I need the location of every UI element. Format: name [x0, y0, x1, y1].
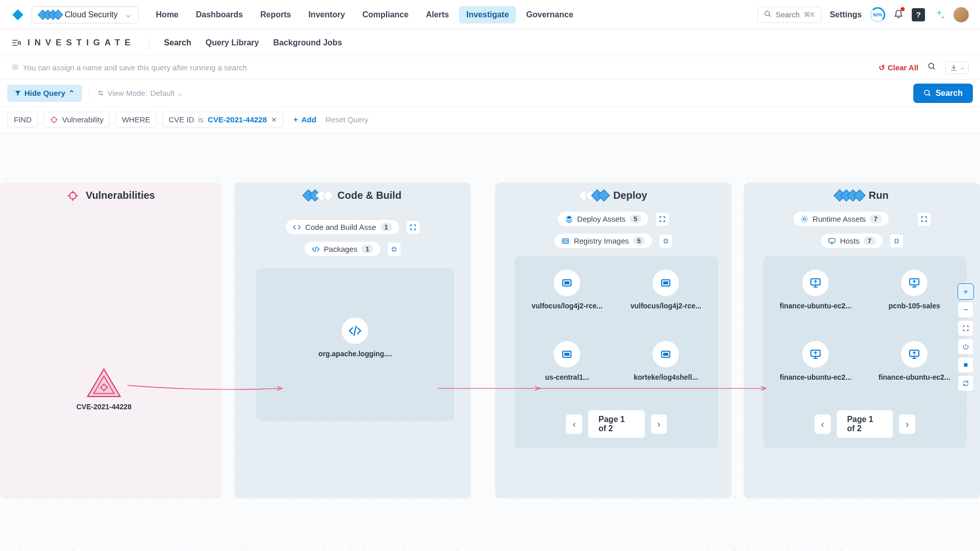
find-keyword[interactable]: FIND	[7, 112, 38, 127]
column-title: Deploy	[613, 190, 647, 201]
chevron-up-icon: ⌃	[68, 89, 75, 98]
nav-compliance[interactable]: Compliance	[355, 6, 416, 23]
refresh-button[interactable]	[958, 375, 974, 391]
host-node[interactable]: finance-ubuntu-ec2...	[774, 269, 857, 310]
column-run: Run Runtime Assets 7 Hosts	[744, 182, 980, 498]
graph-canvas[interactable]: Vulnerabilities CVE-2021-44228 Code & Bu…	[0, 133, 980, 550]
expand-button[interactable]	[917, 212, 931, 226]
topbar-right: Search ⌘K Settings 92% ?	[757, 7, 969, 23]
nav-investigate[interactable]: Investigate	[459, 6, 516, 23]
settings-link[interactable]: Settings	[830, 10, 862, 19]
svg-line-10	[933, 67, 935, 69]
logo[interactable]	[11, 8, 24, 21]
search-button[interactable]: Search	[913, 84, 973, 103]
nav-alerts[interactable]: Alerts	[419, 6, 456, 23]
svg-line-16	[929, 94, 930, 96]
image-node[interactable]: korteke/log4shell...	[624, 340, 707, 381]
svg-point-42	[803, 218, 805, 220]
search-result-search-icon[interactable]	[928, 62, 936, 73]
zoom-in-button[interactable]: ＋	[958, 283, 974, 300]
page-next-button[interactable]: ›	[650, 414, 668, 434]
subnav-tab-search[interactable]: Search	[164, 38, 191, 47]
expand-button[interactable]	[655, 212, 669, 226]
fit-screen-button[interactable]	[958, 320, 974, 336]
where-keyword[interactable]: WHERE	[115, 112, 157, 127]
chip-hosts[interactable]: Hosts 7	[820, 233, 883, 249]
image-node[interactable]: us-central1...	[526, 340, 608, 381]
hide-query-toggle[interactable]: Hide Query ⌃	[7, 85, 82, 102]
column-title: Code & Build	[338, 190, 402, 201]
zoom-out-button[interactable]: −	[958, 302, 974, 318]
layers-icon	[565, 215, 573, 223]
primary-nav: Home Dashboards Reports Inventory Compli…	[149, 6, 581, 23]
packages-container: org.apache.logging....	[256, 268, 454, 421]
user-avatar[interactable]	[954, 7, 969, 22]
chip-runtime-assets[interactable]: Runtime Assets 7	[793, 211, 889, 227]
host-node[interactable]: finance-ubuntu-ec2...	[774, 340, 857, 381]
host-node[interactable]: finance-ubuntu-ec2...	[873, 340, 956, 381]
power-button[interactable]	[958, 338, 974, 355]
search-placeholder: Search	[776, 10, 800, 19]
chip-code-build-assets[interactable]: Code and Build Asse 1	[285, 219, 400, 235]
entity-pill[interactable]: Vulnerability	[43, 112, 110, 127]
container-image-icon	[652, 340, 679, 368]
subnav: INVESTIGATE Search Query Library Backgro…	[0, 30, 980, 56]
chip-packages[interactable]: Packages 1	[304, 241, 381, 257]
collapse-button[interactable]	[659, 234, 673, 248]
hosts-container: finance-ubuntu-ec2... pcnb-105-sales fin…	[763, 256, 967, 449]
condition-pill[interactable]: CVE ID is CVE-2021-44228 ✕	[162, 112, 284, 127]
nav-reports[interactable]: Reports	[253, 6, 298, 23]
vulnerability-node[interactable]: CVE-2021-44228	[76, 367, 131, 411]
container-image-icon	[553, 340, 581, 368]
svg-rect-43	[829, 238, 835, 242]
notifications-bell-icon[interactable]	[893, 8, 904, 21]
add-condition-button[interactable]: ＋ Add	[292, 115, 316, 124]
target-icon	[67, 190, 78, 201]
view-mode-selector[interactable]: View Mode: Default ⌵	[97, 89, 182, 98]
chip-deploy-assets[interactable]: Deploy Assets 5	[557, 211, 649, 227]
nav-dashboards[interactable]: Dashboards	[189, 6, 250, 23]
stop-button[interactable]	[958, 357, 974, 373]
chip-registry-images[interactable]: Registry Images 5	[554, 233, 652, 249]
collapse-button[interactable]	[889, 234, 904, 248]
page-next-button[interactable]: ›	[899, 414, 916, 434]
collapse-button[interactable]	[387, 242, 401, 256]
remove-condition-icon[interactable]: ✕	[271, 116, 277, 124]
svg-point-17	[51, 117, 56, 122]
page-prev-button[interactable]: ‹	[565, 414, 583, 434]
images-container: vulfocus/log4j2-rce... vulfocus/log4j2-r…	[514, 256, 718, 449]
expand-button[interactable]	[406, 220, 420, 234]
page-prev-button[interactable]: ‹	[814, 414, 831, 434]
svg-line-6	[20, 44, 21, 44]
reset-query-button[interactable]: Reset Query	[325, 115, 368, 124]
notification-dot	[901, 7, 905, 11]
image-icon	[561, 237, 569, 245]
nav-governance[interactable]: Governance	[519, 6, 580, 23]
host-node[interactable]: pcnb-105-sales	[873, 269, 956, 310]
context-diamonds-icon	[39, 11, 60, 18]
context-selector[interactable]: Cloud Security ⌵	[32, 6, 139, 23]
svg-rect-59	[964, 363, 968, 367]
monitor-icon	[901, 340, 928, 368]
svg-rect-39	[565, 353, 569, 355]
help-icon[interactable]: ?	[912, 8, 925, 21]
progress-ring[interactable]: 92%	[870, 7, 885, 22]
export-dropdown[interactable]: ⌵	[945, 61, 969, 74]
page-label: Page 1 of 2	[588, 410, 645, 438]
column-deploy: Deploy Deploy Assets 5 Regist	[495, 182, 731, 498]
subnav-tab-query-library[interactable]: Query Library	[205, 38, 259, 47]
subnav-tab-background-jobs[interactable]: Background Jobs	[273, 38, 342, 47]
querybar: Hide Query ⌃ View Mode: Default ⌵ Search	[0, 80, 980, 107]
svg-point-14	[101, 94, 102, 95]
image-node[interactable]: vulfocus/log4j2-rce...	[624, 269, 707, 310]
ai-assistant-icon[interactable]	[933, 9, 945, 21]
global-search[interactable]: Search ⌘K	[757, 7, 822, 23]
image-node[interactable]: vulfocus/log4j2-rce...	[526, 269, 608, 310]
nav-home[interactable]: Home	[149, 6, 185, 23]
clear-all-button[interactable]: ↺ Clear All	[879, 63, 918, 72]
nav-inventory[interactable]: Inventory	[301, 6, 352, 23]
column-title: Run	[869, 190, 889, 201]
package-node[interactable]: org.apache.logging....	[314, 317, 396, 358]
svg-point-22	[70, 192, 76, 199]
svg-point-0	[765, 11, 770, 15]
